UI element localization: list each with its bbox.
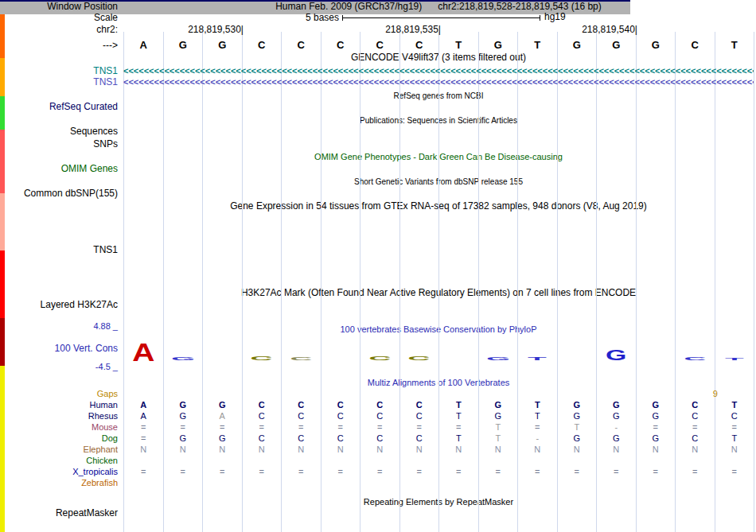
alignment-base-elephant[interactable]: N xyxy=(360,445,400,455)
conservation-glyph[interactable]: T xyxy=(523,357,551,360)
alignment-base-rhesus[interactable]: C xyxy=(676,411,715,421)
alignment-base-human[interactable]: T xyxy=(518,400,558,410)
alignment-base-x-tropicalis[interactable]: = xyxy=(478,467,518,477)
conservation-glyph[interactable]: C xyxy=(365,356,394,360)
alignment-base-human[interactable]: G xyxy=(557,400,597,410)
alignment-base-rhesus[interactable]: T xyxy=(439,411,479,421)
alignment-base-human[interactable]: A xyxy=(124,400,164,410)
alignment-base-rhesus[interactable]: G xyxy=(478,411,518,421)
alignment-base-mouse[interactable]: = xyxy=(242,422,282,433)
species-label-human[interactable]: Human xyxy=(0,400,118,410)
alignment-base-mouse[interactable]: = xyxy=(124,422,164,433)
alignment-base-elephant[interactable]: N xyxy=(715,445,754,455)
alignment-base-x-tropicalis[interactable]: = xyxy=(124,467,164,477)
alignment-base-x-tropicalis[interactable]: = xyxy=(282,467,321,477)
alignment-base-rhesus[interactable]: G xyxy=(636,411,676,421)
alignment-base-dog[interactable]: C xyxy=(360,433,400,444)
alignment-base-dog[interactable]: - xyxy=(518,433,558,444)
alignment-base-human[interactable]: T xyxy=(715,400,754,410)
alignment-base-rhesus[interactable]: A xyxy=(124,411,164,421)
alignment-base-rhesus[interactable]: C xyxy=(282,411,321,421)
alignment-base-mouse[interactable]: = xyxy=(715,422,754,433)
alignment-base-elephant[interactable]: N xyxy=(399,445,439,455)
alignment-base-x-tropicalis[interactable]: = xyxy=(321,467,360,477)
gene-row-tns1[interactable]: <<<<<<<<<<<<<<<<<<<<<<<<<<<<<<<<<<<<<<<<… xyxy=(123,66,754,76)
alignment-base-human[interactable]: G xyxy=(203,400,243,410)
alignment-base-dog[interactable]: G xyxy=(557,433,597,444)
alignment-base-x-tropicalis[interactable]: = xyxy=(203,467,243,477)
alignment-base-human[interactable]: G xyxy=(597,400,637,410)
label-tns1[interactable]: TNS1 xyxy=(0,245,118,255)
conservation-glyph[interactable]: G xyxy=(169,357,197,360)
label-repeatmasker[interactable]: RepeatMasker xyxy=(0,508,118,518)
alignment-base-mouse[interactable]: = xyxy=(163,422,203,433)
conservation-glyph[interactable]: A xyxy=(129,343,158,360)
alignment-base-x-tropicalis[interactable]: = xyxy=(715,467,754,477)
alignment-base-rhesus[interactable]: A xyxy=(203,411,243,421)
alignment-base-dog[interactable]: T xyxy=(715,433,754,444)
conservation-glyph[interactable]: C xyxy=(405,356,434,360)
alignment-base-dog[interactable]: C xyxy=(676,433,715,444)
alignment-base-mouse[interactable]: = xyxy=(321,422,360,433)
label-layered-h3k27ac[interactable]: Layered H3K27Ac xyxy=(0,300,118,310)
species-label-rhesus[interactable]: Rhesus xyxy=(0,411,118,421)
alignment-base-mouse[interactable]: = xyxy=(518,422,558,433)
alignment-base-x-tropicalis[interactable]: = xyxy=(242,467,282,477)
alignment-base-human[interactable]: G xyxy=(636,400,676,410)
alignment-base-dog[interactable]: G xyxy=(597,433,637,444)
alignment-base-elephant[interactable]: N xyxy=(163,445,203,455)
gtex-expression-bar[interactable] xyxy=(0,522,5,532)
alignment-base-dog[interactable]: C xyxy=(321,433,360,444)
alignment-base-human[interactable]: C xyxy=(360,400,400,410)
alignment-base-x-tropicalis[interactable]: = xyxy=(597,467,637,477)
species-label-zebrafish[interactable]: Zebrafish xyxy=(0,478,118,488)
alignment-base-x-tropicalis[interactable]: = xyxy=(518,467,558,477)
alignment-base-mouse[interactable]: - xyxy=(597,422,637,433)
alignment-base-x-tropicalis[interactable]: = xyxy=(439,467,479,477)
alignment-base-elephant[interactable]: N xyxy=(242,445,282,455)
alignment-base-rhesus[interactable]: C xyxy=(360,411,400,421)
alignment-base-dog[interactable]: T xyxy=(478,433,518,444)
alignment-base-x-tropicalis[interactable]: = xyxy=(676,467,715,477)
alignment-base-elephant[interactable]: N xyxy=(636,445,676,455)
alignment-base-elephant[interactable]: N xyxy=(676,445,715,455)
alignment-base-rhesus[interactable]: G xyxy=(163,411,203,421)
alignment-base-gaps[interactable]: 9 xyxy=(696,389,735,399)
alignment-base-elephant[interactable]: N xyxy=(321,445,360,455)
alignment-base-human[interactable]: C xyxy=(242,400,282,410)
alignment-base-elephant[interactable]: N xyxy=(557,445,597,455)
alignment-base-dog[interactable]: T xyxy=(439,433,479,444)
alignment-base-elephant[interactable]: N xyxy=(124,445,164,455)
species-label-x-tropicalis[interactable]: X_tropicalis xyxy=(0,467,118,477)
label-sequences[interactable]: Sequences xyxy=(0,126,118,137)
alignment-base-dog[interactable]: = xyxy=(124,433,164,444)
label-snps[interactable]: SNPs xyxy=(0,139,118,150)
label-tns1[interactable]: TNS1 xyxy=(0,66,118,76)
label-refseq-curated[interactable]: RefSeq Curated xyxy=(0,102,118,112)
conservation-glyph[interactable]: C xyxy=(247,356,276,360)
species-label-elephant[interactable]: Elephant xyxy=(0,445,118,455)
conservation-glyph[interactable]: G xyxy=(484,357,512,360)
conservation-glyph[interactable]: C xyxy=(286,357,315,360)
label-100-vert-cons[interactable]: 100 Vert. Cons xyxy=(0,344,118,354)
alignment-base-mouse[interactable]: = xyxy=(360,422,400,433)
conservation-glyph[interactable]: C xyxy=(680,357,709,360)
alignment-base-dog[interactable]: C xyxy=(242,433,282,444)
alignment-base-rhesus[interactable]: C xyxy=(715,411,754,421)
alignment-base-elephant[interactable]: N xyxy=(518,445,558,455)
alignment-base-x-tropicalis[interactable]: = xyxy=(163,467,203,477)
alignment-base-mouse[interactable]: = xyxy=(282,422,321,433)
label-common-dbsnp-155[interactable]: Common dbSNP(155) xyxy=(0,188,118,199)
alignment-base-mouse[interactable]: = xyxy=(636,422,676,433)
gtex-expression-bar[interactable] xyxy=(0,193,5,250)
alignment-base-dog[interactable]: G xyxy=(163,433,203,444)
alignment-base-elephant[interactable]: N xyxy=(203,445,243,455)
gene-row-tns1[interactable]: <<<<<<<<<<<<<<<<<<<<<<<<<<<<<<<<<<<<<<<<… xyxy=(123,77,754,87)
label-tns1[interactable]: TNS1 xyxy=(0,77,118,87)
alignment-base-human[interactable]: G xyxy=(163,400,203,410)
alignment-base-mouse[interactable]: T xyxy=(557,422,597,433)
alignment-base-dog[interactable]: G xyxy=(203,433,243,444)
alignment-base-human[interactable]: C xyxy=(321,400,360,410)
alignment-base-x-tropicalis[interactable]: = xyxy=(636,467,676,477)
label-omim-genes[interactable]: OMIM Genes xyxy=(0,164,118,174)
